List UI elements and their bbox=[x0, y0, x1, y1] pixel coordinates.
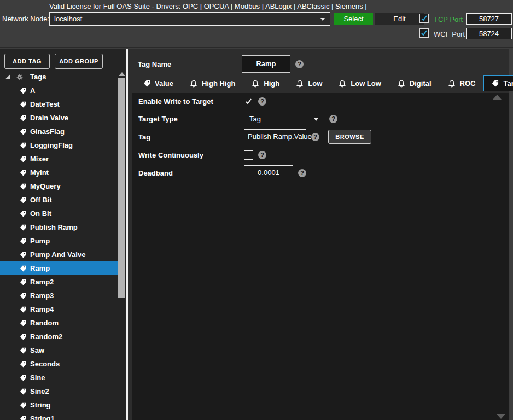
tree-item-label: String bbox=[30, 401, 51, 409]
tag-icon bbox=[20, 129, 26, 135]
tag-icon bbox=[20, 197, 26, 203]
tree-item-label: Seconds bbox=[30, 360, 60, 368]
tree-item-pump[interactable]: Pump bbox=[0, 234, 118, 248]
help-icon[interactable] bbox=[311, 133, 319, 141]
tree-item-label: Off Bit bbox=[30, 196, 52, 204]
tab-low[interactable]: Low bbox=[288, 75, 330, 91]
target-type-dropdown[interactable]: Tag bbox=[244, 112, 324, 126]
sidebar-scrollbar[interactable] bbox=[118, 70, 126, 420]
add-group-button[interactable]: ADD GROUP bbox=[55, 54, 103, 69]
help-icon[interactable] bbox=[295, 60, 304, 68]
tab-roc[interactable]: ROC bbox=[440, 75, 484, 91]
tab-high-high[interactable]: High High bbox=[182, 75, 243, 91]
tree-root-tags[interactable]: Tags bbox=[0, 70, 118, 84]
tab-label: ROC bbox=[460, 79, 476, 88]
scroll-up-icon[interactable] bbox=[493, 95, 502, 100]
tab-high[interactable]: High bbox=[243, 75, 288, 91]
tab-low-low[interactable]: Low Low bbox=[330, 75, 389, 91]
tree-item-label: Random2 bbox=[30, 332, 62, 341]
tree-item-ginasflag[interactable]: GinasFlag bbox=[0, 125, 118, 138]
tree-item-string1[interactable]: String1 bbox=[0, 412, 118, 420]
tag-icon bbox=[20, 252, 26, 258]
tree-item-label: Sine bbox=[30, 374, 45, 382]
tree-item-myint[interactable]: MyInt bbox=[0, 166, 118, 179]
tree-item-sine[interactable]: Sine bbox=[0, 371, 118, 384]
tree-item-on-bit[interactable]: On Bit bbox=[0, 207, 118, 220]
tab-value[interactable]: Value bbox=[135, 75, 182, 91]
tab-target[interactable]: Target bbox=[483, 75, 513, 91]
tcp-port-label: TCP Port bbox=[434, 15, 463, 24]
gear-icon bbox=[16, 74, 23, 80]
tree-item-label: MyQuery bbox=[30, 182, 61, 190]
tab-digital[interactable]: Digital bbox=[389, 75, 440, 91]
expander-icon[interactable] bbox=[4, 74, 10, 80]
tag-icon bbox=[20, 170, 26, 176]
tag-label: Tag bbox=[138, 133, 244, 141]
tree-item-label: A bbox=[30, 86, 35, 95]
add-tag-button[interactable]: ADD TAG bbox=[4, 54, 50, 69]
tag-icon bbox=[143, 80, 150, 87]
tree-item-seconds[interactable]: Seconds bbox=[0, 357, 118, 371]
scroll-up-icon[interactable] bbox=[119, 72, 125, 76]
tree-item-saw[interactable]: Saw bbox=[0, 343, 118, 357]
tree-item-sine2[interactable]: Sine2 bbox=[0, 384, 118, 398]
oas-configure-window: Valid License for Full OAS Suite - Drive… bbox=[0, 0, 513, 420]
tree-item-ramp2[interactable]: Ramp2 bbox=[0, 275, 118, 289]
deadband-field[interactable]: 0.0001 bbox=[244, 165, 293, 180]
write-continuously-label: Write Continuously bbox=[138, 151, 244, 159]
tree-item-drain-valve[interactable]: Drain Valve bbox=[0, 111, 118, 125]
network-node-label: Network Node: bbox=[2, 15, 49, 23]
bell-icon bbox=[296, 79, 304, 88]
edit-button[interactable]: Edit bbox=[375, 13, 424, 25]
tag-name-label: Tag Name bbox=[138, 60, 171, 68]
sidebar-scrollbar-thumb[interactable] bbox=[118, 78, 125, 298]
tree-item-loggingflag[interactable]: LoggingFlag bbox=[0, 138, 118, 152]
enable-write-checkbox[interactable] bbox=[244, 97, 253, 106]
tag-tree: Tags ADateTestDrain ValveGinasFlagLoggin… bbox=[0, 70, 118, 420]
tcp-port-checkbox[interactable] bbox=[419, 14, 429, 23]
browse-button[interactable]: BROWSE bbox=[328, 130, 371, 144]
tree-item-a[interactable]: A bbox=[0, 84, 118, 97]
tree-item-random[interactable]: Random bbox=[0, 316, 118, 330]
tree-item-ramp[interactable]: Ramp bbox=[0, 261, 118, 275]
tree-item-label: MyInt bbox=[30, 168, 49, 177]
tree-item-random2[interactable]: Random2 bbox=[0, 330, 118, 343]
form-row-target-type: Target Type Tag bbox=[138, 112, 337, 126]
tag-icon bbox=[492, 80, 499, 87]
wcf-port-label: WCF Port bbox=[434, 30, 465, 38]
tag-icon bbox=[20, 361, 26, 368]
tag-icon bbox=[20, 347, 26, 354]
tree-item-myquery[interactable]: MyQuery bbox=[0, 179, 118, 193]
help-icon[interactable] bbox=[258, 151, 266, 159]
tag-field[interactable]: Publish Ramp.Value bbox=[244, 129, 306, 144]
tree-root-label: Tags bbox=[30, 73, 46, 81]
tag-icon bbox=[20, 388, 26, 395]
tag-icon bbox=[20, 402, 26, 409]
tree-item-ramp3[interactable]: Ramp3 bbox=[0, 289, 118, 302]
tree-item-mixer[interactable]: Mixer bbox=[0, 152, 118, 166]
tag-icon bbox=[20, 320, 26, 326]
help-icon[interactable] bbox=[258, 97, 266, 106]
tree-item-string[interactable]: String bbox=[0, 398, 118, 412]
license-status-text: Valid License for Full OAS Suite - Drive… bbox=[49, 2, 367, 10]
tag-name-field[interactable]: Ramp bbox=[242, 55, 290, 73]
wcf-port-field[interactable]: 58724 bbox=[466, 28, 512, 39]
tree-item-ramp4[interactable]: Ramp4 bbox=[0, 302, 118, 316]
tree-item-pump-and-valve[interactable]: Pump And Valve bbox=[0, 248, 118, 261]
tree-item-off-bit[interactable]: Off Bit bbox=[0, 193, 118, 207]
tree-item-publish-ramp[interactable]: Publish Ramp bbox=[0, 220, 118, 234]
scroll-down-icon[interactable] bbox=[497, 414, 505, 419]
network-node-combobox[interactable]: localhost bbox=[49, 12, 330, 26]
help-icon[interactable] bbox=[298, 169, 306, 177]
tab-label: Target bbox=[503, 79, 513, 88]
tree-item-label: Saw bbox=[30, 346, 44, 354]
wcf-port-checkbox[interactable] bbox=[419, 28, 429, 38]
tag-tree-list: ADateTestDrain ValveGinasFlagLoggingFlag… bbox=[0, 84, 118, 420]
select-button[interactable]: Select bbox=[334, 13, 373, 25]
tree-item-label: Ramp3 bbox=[30, 291, 54, 300]
tree-item-datetest[interactable]: DateTest bbox=[0, 97, 118, 111]
tag-icon bbox=[20, 375, 26, 381]
help-icon[interactable] bbox=[329, 115, 337, 123]
tcp-port-field[interactable]: 58727 bbox=[466, 13, 512, 25]
write-continuously-checkbox[interactable] bbox=[244, 150, 253, 160]
